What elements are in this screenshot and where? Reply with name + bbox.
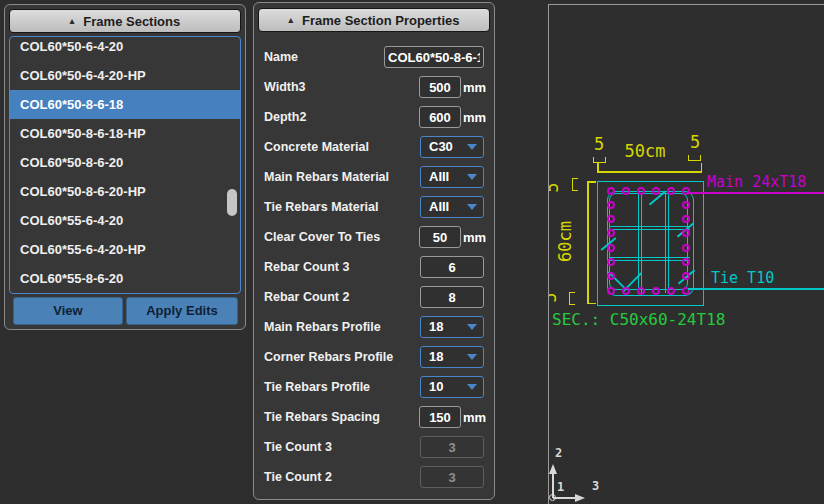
rebar-count-3-input[interactable] bbox=[420, 256, 484, 278]
tie-rebars-profile-dropdown[interactable]: 10 bbox=[420, 376, 484, 398]
property-label: Name bbox=[264, 50, 298, 64]
tie-rebars-spacing-input[interactable] bbox=[419, 406, 461, 428]
rebar-dot bbox=[682, 229, 690, 237]
rebar-dot bbox=[622, 287, 630, 295]
rebar-dot bbox=[682, 244, 690, 252]
list-item-col60-50-8-6-20-hp[interactable]: COL60*50-8-6-20-HP bbox=[10, 177, 240, 206]
name-input[interactable] bbox=[384, 46, 484, 68]
depth2-input[interactable] bbox=[419, 106, 461, 128]
main-rebars-material-dropdown[interactable]: AIII bbox=[420, 166, 484, 188]
rebar-dot bbox=[682, 258, 690, 266]
section-list-items: COL60*50-6-4-20COL60*50-6-4-20-HPCOL60*5… bbox=[10, 36, 240, 294]
dropdown-value: 18 bbox=[429, 349, 443, 364]
property-label: Rebar Count 2 bbox=[264, 290, 349, 304]
height-dimension-line bbox=[587, 181, 589, 304]
internal-tie-horizontal bbox=[609, 257, 690, 261]
chevron-down-icon bbox=[467, 354, 477, 360]
axis-1-label: 1 bbox=[557, 480, 564, 494]
concrete-material-dropdown[interactable]: C30 bbox=[420, 136, 484, 158]
property-row-corner-rebars-profile: Corner Rebars Profile18 bbox=[254, 346, 494, 370]
tie-leader-line bbox=[688, 288, 824, 290]
rebar-dot bbox=[622, 187, 630, 195]
collapse-arrow-icon: ▴ bbox=[288, 16, 293, 25]
cover-bracket-icon bbox=[572, 178, 578, 191]
width3-input[interactable] bbox=[419, 76, 461, 98]
frame-sections-header[interactable]: ▴ Frame Sections bbox=[9, 9, 241, 33]
chevron-down-icon bbox=[467, 204, 477, 210]
property-label: Corner Rebars Profile bbox=[264, 350, 393, 364]
property-label: Clear Cover To Ties bbox=[264, 230, 380, 244]
list-item-col60-50-6-4-20-hp[interactable]: COL60*50-6-4-20-HP bbox=[10, 61, 240, 90]
list-item-col60-55-6-4-20-hp[interactable]: COL60*55-6-4-20-HP bbox=[10, 235, 240, 264]
cad-viewport[interactable]: 5 50cm 5 5 60cm 5 Main 24xT18 Tie T10 SE… bbox=[548, 4, 824, 504]
property-row-tie-rebars-material: Tie Rebars MaterialAIII bbox=[254, 196, 494, 220]
rebar-dot bbox=[607, 287, 615, 295]
chevron-down-icon bbox=[467, 144, 477, 150]
rebar-dot bbox=[667, 187, 675, 195]
scrollbar-thumb[interactable] bbox=[227, 189, 237, 216]
rebar-dot bbox=[607, 187, 615, 195]
property-row-concrete-material: Concrete MaterialC30 bbox=[254, 136, 494, 160]
apply-edits-button[interactable]: Apply Edits bbox=[126, 297, 238, 325]
tie-callout: Tie T10 bbox=[711, 269, 774, 287]
axis-3-label: 3 bbox=[592, 479, 599, 493]
property-label: Tie Count 2 bbox=[264, 470, 332, 484]
list-item-col60-50-8-6-18[interactable]: COL60*50-8-6-18 bbox=[10, 90, 240, 119]
unit-label: mm bbox=[463, 230, 486, 245]
frame-section-properties-header[interactable]: ▴ Frame Section Properties bbox=[258, 8, 490, 32]
rebar-dot bbox=[682, 272, 690, 280]
property-row-rebar-count-2: Rebar Count 2 bbox=[254, 286, 494, 310]
internal-tie-horizontal bbox=[609, 226, 690, 230]
chevron-down-icon bbox=[467, 174, 477, 180]
rebar-dot bbox=[652, 187, 660, 195]
section-list[interactable]: COL60*50-6-4-20COL60*50-6-4-20-HPCOL60*5… bbox=[9, 36, 241, 294]
cover-bracket-icon bbox=[688, 155, 701, 161]
main-rebars-profile-dropdown[interactable]: 18 bbox=[420, 316, 484, 338]
view-button[interactable]: View bbox=[13, 297, 123, 325]
cover-dim-left-top: 5 bbox=[548, 182, 561, 192]
property-row-main-rebars-material: Main Rebars MaterialAIII bbox=[254, 166, 494, 190]
property-label: Main Rebars Material bbox=[264, 170, 389, 184]
list-item-col60-50-8-6-20[interactable]: COL60*50-8-6-20 bbox=[10, 148, 240, 177]
property-label: Tie Rebars Profile bbox=[264, 380, 370, 394]
axis-2-label: 2 bbox=[555, 446, 562, 460]
list-item-col60-50-6-4-20[interactable]: COL60*50-6-4-20 bbox=[10, 36, 240, 61]
property-row-name: Name bbox=[254, 46, 494, 70]
rebar-dot bbox=[607, 258, 615, 266]
tie-rebars-material-dropdown[interactable]: AIII bbox=[420, 196, 484, 218]
height-dim-label: 60cm bbox=[557, 212, 574, 272]
axis-origin-icon bbox=[549, 494, 556, 501]
tie-count-2-input bbox=[420, 466, 484, 488]
rebar-dot bbox=[682, 187, 690, 195]
cover-bracket-icon bbox=[569, 292, 575, 305]
cover-dim-left-bottom: 5 bbox=[548, 292, 559, 302]
tie-count-3-input bbox=[420, 436, 484, 458]
unit-label: mm bbox=[463, 410, 486, 425]
section-name-label: SEC.: C50x60-24T18 bbox=[552, 310, 725, 329]
chevron-down-icon bbox=[467, 324, 477, 330]
property-row-width3: Width3mm bbox=[254, 76, 494, 100]
list-item-col60-55-6-4-20[interactable]: COL60*55-6-4-20 bbox=[10, 206, 240, 235]
list-item-col60-50-8-6-18-hp[interactable]: COL60*50-8-6-18-HP bbox=[10, 119, 240, 148]
clear-cover-to-ties-input[interactable] bbox=[419, 226, 461, 248]
property-label: Main Rebars Profile bbox=[264, 320, 381, 334]
rebar-dot bbox=[652, 287, 660, 295]
dim-tick bbox=[587, 303, 596, 305]
width-dimension-line bbox=[597, 171, 702, 173]
axis-right-arrowhead-icon bbox=[575, 494, 585, 502]
rebar-dot bbox=[607, 244, 615, 252]
rebar-count-2-input[interactable] bbox=[420, 286, 484, 308]
list-item-col60-55-8-6-20[interactable]: COL60*55-8-6-20 bbox=[10, 264, 240, 293]
internal-tie-vertical bbox=[638, 193, 642, 293]
dropdown-value: 18 bbox=[429, 319, 443, 334]
rebar-dot bbox=[682, 215, 690, 223]
dim-tick bbox=[701, 163, 703, 172]
rebar-dot bbox=[682, 201, 690, 209]
corner-rebars-profile-dropdown[interactable]: 18 bbox=[420, 346, 484, 368]
main-rebar-callout: Main 24xT18 bbox=[707, 173, 806, 191]
property-label: Depth2 bbox=[264, 110, 306, 124]
property-row-tie-rebars-profile: Tie Rebars Profile10 bbox=[254, 376, 494, 400]
list-item-col60-55-8-6-20-hp[interactable]: COL60*55-8-6-20-HP bbox=[10, 293, 240, 294]
dim-tick bbox=[587, 181, 596, 183]
rebar-dot bbox=[607, 272, 615, 280]
